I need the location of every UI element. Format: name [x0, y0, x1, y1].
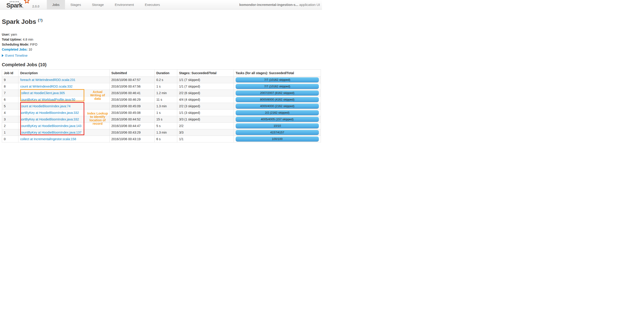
tab-storage[interactable]: Storage — [86, 0, 109, 9]
stages: 3/3 (1 skipped) — [177, 116, 234, 123]
scheduling-mode-value: FIFO — [30, 43, 37, 46]
duration: 1.3 min — [154, 103, 177, 110]
completed-jobs-section-title: Completed Jobs (10) — [2, 62, 320, 67]
trademark-symbol: ™ — [22, 7, 24, 9]
job-id: 4 — [2, 110, 18, 116]
col-job-id[interactable]: Job Id — [2, 70, 18, 77]
stages: 1/1 (7 skipped) — [177, 83, 234, 90]
stages: 3/3 — [177, 129, 234, 136]
col-tasks[interactable]: Tasks (for all stages): Succeeded/Total — [234, 70, 321, 77]
job-description-link[interactable]: collect at IncrementalIngestor.scala:158 — [20, 137, 76, 141]
job-id: 5 — [2, 103, 18, 110]
uptime-value: 4.8 min — [23, 38, 33, 41]
job-description-link[interactable]: count at HoodieBloomIndex.java:74 — [20, 104, 70, 108]
page-title: Spark Jobs (?) — [2, 17, 320, 25]
event-timeline-toggle[interactable]: Event Timeline — [2, 53, 320, 57]
table-row: 2 countByKey at HoodieBloomIndex.java:14… — [2, 123, 321, 129]
user-value: yarn — [11, 33, 17, 36]
stages: 2/2 — [177, 123, 234, 129]
stages: 1/1 (7 skipped) — [177, 77, 234, 83]
nav-tabs: Jobs Stages Storage Environment Executor… — [47, 0, 166, 9]
completed-jobs-table: Job Id Description Submitted Duration St… — [2, 69, 321, 143]
submitted: 2016/10/06 00:47:56 — [110, 83, 154, 90]
duration: 1 s — [154, 110, 177, 116]
job-description-link[interactable]: countByKey at HoodieBloomIndex.java:143 — [20, 124, 81, 128]
job-id: 8 — [2, 83, 18, 90]
spark-version: 2.0.0 — [32, 4, 39, 8]
job-description-link[interactable]: countByKey at HoodieBloomIndex.java:137 — [20, 131, 81, 134]
tasks-progress-bar: 100/100 — [236, 137, 319, 142]
job-description-link[interactable]: sortByKey at HoodieBloomIndex.java:332 — [20, 111, 79, 115]
tasks-progress-bar: 2007/2007 (8162 skipped) — [236, 91, 319, 96]
job-id: 9 — [2, 77, 18, 83]
tab-jobs[interactable]: Jobs — [47, 0, 65, 9]
completed-jobs-row: Completed Jobs: 10 — [2, 47, 320, 52]
submitted: 2016/10/06 00:45:09 — [110, 103, 154, 110]
job-description-link[interactable]: collect at HoodieClient.java:305 — [20, 91, 65, 95]
table-row: 1 countByKey at HoodieBloomIndex.java:13… — [2, 129, 321, 136]
table-row: 5 count at HoodieBloomIndex.java:74 2016… — [2, 103, 321, 110]
tasks-progress-bar: 7/7 (10162 skipped) — [236, 84, 319, 89]
question-mark-icon: ? — [39, 18, 41, 22]
tab-stages[interactable]: Stages — [65, 0, 86, 9]
table-row: 4 sortByKey at HoodieBloomIndex.java:332… — [2, 110, 321, 116]
job-description-link[interactable]: count at WriteIndexedRDD.scala:332 — [20, 85, 72, 88]
expand-arrow-icon — [2, 54, 4, 57]
top-navbar: APACHESpark™ 2.0.0 Jobs Stages Storage E… — [0, 0, 322, 9]
job-id: 1 — [2, 129, 18, 136]
help-tooltip[interactable]: (?) — [38, 18, 42, 22]
table-row: 7 collect at HoodieClient.java:305 2016/… — [2, 90, 321, 96]
tasks-progress-bar: 7/7 (10162 skipped) — [236, 77, 319, 82]
table-row: 3 sortByKey at HoodieBloomIndex.java:332… — [2, 116, 321, 123]
submitted: 2016/10/06 00:44:47 — [110, 123, 154, 129]
table-header-row: Job Id Description Submitted Duration St… — [2, 70, 321, 77]
tasks-progress-bar: 4157/4157 — [236, 130, 319, 135]
submitted: 2016/10/06 00:46:29 — [110, 96, 154, 103]
stages: 2/2 (3 skipped) — [177, 103, 234, 110]
table-row: 8 count at WriteIndexedRDD.scala:332 201… — [2, 83, 321, 90]
table-row: 0 collect at IncrementalIngestor.scala:1… — [2, 136, 321, 143]
job-id: 3 — [2, 116, 18, 123]
job-description-link[interactable]: foreach at WriteIndexedRDD.scala:231 — [20, 78, 76, 82]
event-timeline-label: Event Timeline — [5, 53, 28, 57]
duration: 1.3 min — [154, 129, 177, 136]
duration: 15 s — [154, 116, 177, 123]
submitted: 2016/10/06 00:44:52 — [110, 116, 154, 123]
submitted: 2016/10/06 00:47:57 — [110, 77, 154, 83]
tasks-progress-bar: 4000/4000 (2162 skipped) — [236, 104, 319, 109]
tasks-progress-bar: 2/2 (2162 skipped) — [236, 110, 319, 115]
user-row: User: yarn — [2, 32, 320, 37]
col-duration[interactable]: Duration — [154, 70, 177, 77]
application-name: komondor-incremental-ingestion-s... — [239, 3, 298, 6]
uptime-row: Total Uptime: 4.8 min — [2, 37, 320, 42]
stages: 1/1 (3 skipped) — [177, 110, 234, 116]
table-row: 9 foreach at WriteIndexedRDD.scala:231 2… — [2, 77, 321, 83]
submitted: 2016/10/06 00:43:29 — [110, 129, 154, 136]
table-row: 6 countByKey at WorkloadProfile.java:50 … — [2, 96, 321, 103]
submitted: 2016/10/06 00:45:08 — [110, 110, 154, 116]
duration: 6 s — [154, 136, 177, 143]
tab-executors[interactable]: Executors — [139, 0, 166, 9]
submitted: 2016/10/06 00:43:19 — [110, 136, 154, 143]
tasks-progress-bar: 10/10 — [236, 123, 319, 128]
spark-wordmark: Spark — [6, 2, 22, 9]
tasks-progress-bar: 8000/8000 (4162 skipped) — [236, 97, 319, 102]
scheduling-mode-row: Scheduling Mode: FIFO — [2, 42, 320, 47]
job-summary: User: yarn Total Uptime: 4.8 min Schedul… — [2, 32, 320, 52]
completed-jobs-link[interactable]: Completed Jobs: — [2, 48, 28, 51]
col-stages[interactable]: Stages: Succeeded/Total — [177, 70, 234, 77]
duration: 5 s — [154, 123, 177, 129]
col-description[interactable]: Description — [18, 70, 110, 77]
tab-environment[interactable]: Environment — [109, 0, 139, 9]
completed-jobs-table-wrap: Job Id Description Submitted Duration St… — [2, 69, 320, 143]
col-submitted[interactable]: Submitted — [110, 70, 154, 77]
duration: 1 s — [154, 83, 177, 90]
stages: 2/2 (6 skipped) — [177, 90, 234, 96]
duration: 1.2 min — [154, 90, 177, 96]
completed-jobs-count: 10 — [28, 48, 32, 51]
application-title: komondor-incremental-ingestion-s... appl… — [239, 0, 322, 9]
job-description-link[interactable]: countByKey at WorkloadProfile.java:50 — [20, 98, 75, 101]
submitted: 2016/10/06 00:46:41 — [110, 90, 154, 96]
job-description-link[interactable]: sortByKey at HoodieBloomIndex.java:332 — [20, 118, 79, 121]
stages: 1/1 — [177, 136, 234, 143]
